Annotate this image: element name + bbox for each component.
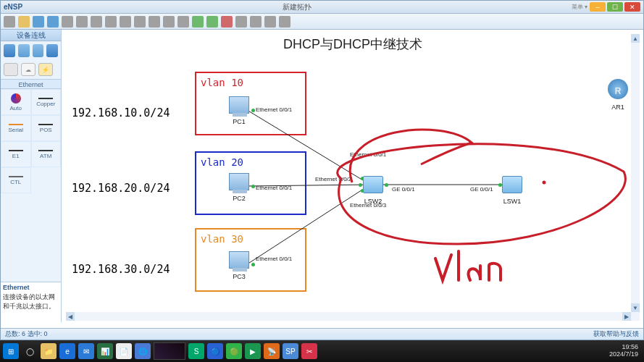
topology-links xyxy=(66,34,640,321)
cable-serial[interactable]: Serial xyxy=(1,115,31,141)
undo-icon[interactable] xyxy=(76,16,88,28)
cortana-icon[interactable]: ◯ xyxy=(22,343,38,359)
vlan10-label: vlan 10 xyxy=(201,77,243,88)
stop-icon[interactable] xyxy=(221,16,233,28)
sidebar-header: 设备连线 xyxy=(1,30,61,41)
capture-icon[interactable] xyxy=(235,16,247,28)
minimize-button[interactable]: – xyxy=(590,2,606,12)
switch-device-icon[interactable] xyxy=(18,44,30,57)
pc-device-icon[interactable] xyxy=(4,63,18,76)
tool-icon[interactable] xyxy=(250,16,262,28)
port-lsw2-ge: GE 0/0/1 xyxy=(392,186,415,193)
cable-copper-label: Copper xyxy=(36,101,55,107)
subnet-2: 192.168.20.0/24 xyxy=(72,182,170,195)
cable-e1-label: E1 xyxy=(12,153,20,159)
zoom-out-icon[interactable] xyxy=(134,16,146,28)
app4-icon[interactable]: ▶ xyxy=(245,343,261,359)
cursor-icon[interactable] xyxy=(4,16,15,28)
taskbar: ⊞ ◯ 📁 e ✉ 📊 📄 🌐 S 🔵 🟢 ▶ 📡 SP ✂ 19:56 202… xyxy=(0,340,644,362)
start-button[interactable]: ⊞ xyxy=(3,343,19,359)
cloud-device-icon[interactable]: ☁ xyxy=(21,63,35,76)
app5-icon[interactable]: SP xyxy=(283,343,298,359)
palette-icon[interactable] xyxy=(177,16,189,28)
node-pc3[interactable]: PC3 xyxy=(229,251,249,280)
app1-icon[interactable]: S xyxy=(188,343,204,359)
save-as-icon[interactable] xyxy=(47,16,59,28)
window-controls: – ☐ ✕ xyxy=(590,2,640,12)
cable-e1[interactable]: E1 xyxy=(1,141,31,167)
port-lsw2-e1: Ethernet 0/0/1 xyxy=(350,151,386,158)
notes-icon[interactable]: 📄 xyxy=(116,343,132,359)
canvas-scrollbar-v[interactable]: ▲ ▼ xyxy=(631,34,640,321)
node-ar1[interactable]: RAR1 xyxy=(608,79,628,111)
canvas-scrollbar-h[interactable]: ◀ ▶ xyxy=(66,312,640,321)
scroll-left-icon[interactable]: ◀ xyxy=(66,312,75,321)
cable-ctl[interactable]: CTL xyxy=(1,167,31,193)
topology-canvas[interactable]: DHCP与DHCP中继技术 192.168.10.0/24 192.168.20… xyxy=(66,34,640,321)
link-device-icon[interactable]: ⚡ xyxy=(38,63,53,76)
cable-atm[interactable]: ATM xyxy=(31,141,62,167)
maximize-button[interactable]: ☐ xyxy=(607,2,623,12)
print-icon[interactable] xyxy=(62,16,73,28)
node-lsw1-label: LSW1 xyxy=(503,198,522,205)
status-help-link[interactable]: 获取帮助与反馈 xyxy=(593,329,639,339)
save-icon[interactable] xyxy=(33,16,44,28)
cable-pos[interactable]: POS xyxy=(31,115,62,141)
close-button[interactable]: ✕ xyxy=(624,2,640,12)
fit-icon[interactable] xyxy=(149,16,160,28)
explorer-icon[interactable]: 📁 xyxy=(41,343,57,359)
subnet-3: 192.168.30.0/24 xyxy=(72,263,170,276)
node-lsw1[interactable]: LSW1 xyxy=(502,176,522,205)
scroll-down-icon[interactable]: ▼ xyxy=(631,303,640,312)
user-menu[interactable]: 菜单 ▾ xyxy=(572,3,587,11)
refresh-icon[interactable] xyxy=(105,16,117,28)
cable-serial-label: Serial xyxy=(9,127,23,133)
port-lsw1-ge: GE 0/0/1 xyxy=(470,186,493,193)
mail-icon[interactable]: ✉ xyxy=(78,343,94,359)
browser-icon[interactable]: 🌐 xyxy=(135,343,151,359)
app2-icon[interactable]: 🔵 xyxy=(207,343,223,359)
cable-copper[interactable]: Copper xyxy=(31,89,62,115)
port-pc1: Ethernet 0/0/1 xyxy=(256,106,292,113)
subnet-1: 192.168.10.0/24 xyxy=(72,106,170,119)
status-bar: 总数: 6 选中: 0 获取帮助与反馈 xyxy=(1,328,643,340)
node-pc2[interactable]: PC2 xyxy=(229,173,249,202)
open-icon[interactable] xyxy=(18,16,30,28)
app3-icon[interactable]: 🟢 xyxy=(226,343,242,359)
cfg-icon[interactable] xyxy=(264,16,276,28)
edge-icon[interactable]: e xyxy=(59,343,75,359)
port-pc3: Ethernet 0/0/1 xyxy=(256,256,292,262)
cable-auto[interactable]: Auto xyxy=(1,89,31,115)
port-pc2: Ethernet 0/0/1 xyxy=(256,185,292,191)
redo-icon[interactable] xyxy=(91,16,102,28)
cable-pos-label: POS xyxy=(40,127,52,133)
start-icon[interactable] xyxy=(192,16,204,28)
document-tab[interactable]: 新建拓扑 xyxy=(22,2,572,12)
device-row-1 xyxy=(1,41,61,60)
text-icon[interactable] xyxy=(163,16,175,28)
node-pc3-label: PC3 xyxy=(233,273,246,280)
vlan30-label: vlan 30 xyxy=(201,233,243,245)
start-all-icon[interactable] xyxy=(206,16,218,28)
vlan20-label: vlan 20 xyxy=(201,156,243,168)
scroll-right-icon[interactable]: ▶ xyxy=(622,312,631,321)
clock-date: 2024/7/19 xyxy=(609,351,638,358)
node-pc1[interactable]: PC1 xyxy=(229,96,249,125)
pc-icon xyxy=(229,251,249,269)
router-device-icon[interactable] xyxy=(4,44,15,57)
zoom-in-icon[interactable] xyxy=(120,16,131,28)
ensp-taskbar-icon[interactable]: 📡 xyxy=(264,343,280,359)
switch-icon xyxy=(363,176,383,193)
pc-icon xyxy=(229,96,249,114)
fw-device-icon[interactable] xyxy=(46,44,58,57)
help-icon[interactable] xyxy=(279,16,290,28)
excel-icon[interactable]: 📊 xyxy=(97,343,113,359)
scroll-up-icon[interactable]: ▲ xyxy=(631,34,640,43)
switch2-device-icon[interactable] xyxy=(33,44,44,57)
snip-icon[interactable]: ✂ xyxy=(301,343,317,359)
node-lsw2[interactable]: LSW2 xyxy=(363,176,383,205)
topology-title: DHCP与DHCP中继技术 xyxy=(283,35,422,53)
node-pc2-label: PC2 xyxy=(233,195,246,202)
task-thumbnail[interactable] xyxy=(154,342,185,360)
system-clock[interactable]: 19:56 2024/7/19 xyxy=(609,344,641,358)
